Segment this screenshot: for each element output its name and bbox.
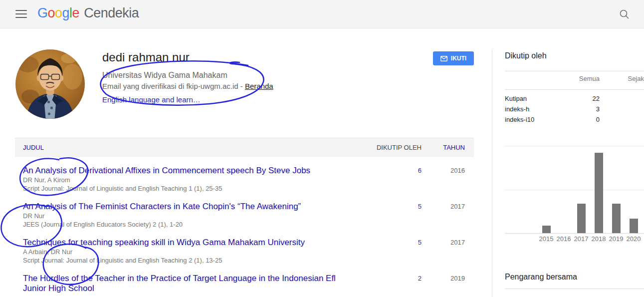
publication-title-link[interactable]: The Hurdles of the Teacher in the Practi… (23, 274, 357, 294)
citation-stats-columns: Semua Sejak (505, 75, 644, 82)
publications-header-row: JUDUL DIKUTIP OLEH TAHUN (15, 138, 474, 157)
publication-title-link[interactable]: An Analysis of The Feminist Characters i… (23, 202, 357, 212)
envelope-icon (440, 56, 447, 61)
logo-letter: g (62, 5, 70, 20)
cited-by-title: Dikutip oleh (505, 51, 547, 60)
citation-stat-row: indeks-i100 (505, 114, 644, 125)
vertical-divider (492, 49, 492, 297)
logo-letter: o (48, 5, 55, 20)
chart-bar-2020[interactable] (630, 219, 638, 233)
chart-gridline (505, 146, 644, 146)
publication-venue: Script Journal: Journal of Linguistic an… (23, 184, 357, 193)
logo-letter: e (72, 5, 80, 20)
chart-year-label: 2015 (537, 235, 555, 243)
google-logo: Google (37, 5, 79, 21)
chart-year-label: 2018 (590, 235, 608, 243)
search-icon[interactable] (618, 7, 632, 21)
stat-label: indeks-i10 (505, 116, 570, 123)
divider (505, 289, 644, 289)
publication-cited-count[interactable]: 5 (367, 238, 422, 248)
chart-year-label: 2016 (555, 235, 573, 243)
cited-by-header: DIKUTIP OLEH (367, 144, 422, 151)
logo-letter: G (37, 5, 48, 20)
separator: - (238, 82, 245, 90)
publication-venue: Script Journal: Journal of Linguistic an… (23, 256, 357, 265)
publication-cited-count[interactable]: 6 (367, 166, 422, 176)
verified-email-text: Email yang diverifikasi di fkip-uwgm.ac.… (102, 82, 238, 90)
chart-year-axis: 201520162017201820192020 (505, 235, 644, 243)
citation-stat-row: indeks-h3 (505, 104, 644, 114)
publication-year: 2017 (422, 238, 465, 248)
publication-year: 2016 (422, 166, 465, 176)
chart-bar-2018[interactable] (595, 153, 603, 233)
publication-year: 2017 (422, 202, 465, 212)
publication-title-link[interactable]: Techniques for teaching speaking skill i… (23, 238, 357, 248)
sort-by-year-header[interactable]: TAHUN (422, 144, 465, 151)
citation-stat-row: Kutipan22 (505, 93, 644, 104)
research-interest-link[interactable]: English language and learn… (102, 95, 201, 104)
chart-gridline (505, 190, 644, 190)
publication-year: 2019 (422, 274, 465, 284)
stat-value-all: 0 (570, 116, 600, 123)
citation-stats-table: Kutipan22indeks-h3indeks-i100 (505, 93, 644, 125)
follow-button[interactable]: IKUTI (433, 51, 474, 65)
profile-photo (15, 49, 85, 119)
citations-per-year-chart (505, 146, 644, 234)
publication-title-link[interactable]: An Analysis of Derivational Affixes in C… (23, 166, 357, 176)
chart-year-label: 2017 (572, 235, 590, 243)
product-name: Cendekia (84, 5, 139, 21)
top-app-bar: Google Cendekia (0, 0, 644, 28)
col-all-label: Semua (570, 75, 600, 82)
logo-letter: o (55, 5, 62, 20)
menu-icon[interactable] (15, 10, 27, 18)
publication-row: The Hurdles of the Teacher in the Practi… (15, 265, 474, 294)
stat-value-all: 22 (570, 95, 600, 102)
sort-by-title-header[interactable]: JUDUL (23, 144, 367, 151)
profile-verified-email: Email yang diverifikasi di fkip-uwgm.ac.… (102, 82, 273, 90)
publication-row: Techniques for teaching speaking skill i… (15, 229, 474, 265)
stat-label: Kutipan (505, 95, 570, 102)
publication-authors: A Arbain, DR Nur (23, 248, 357, 256)
profile-name: dedi rahman nur (102, 50, 190, 64)
publication-venue: JEES (Journal of English Educators Socie… (23, 220, 357, 229)
divider (505, 89, 644, 90)
chart-bar-2019[interactable] (612, 204, 621, 233)
profile-affiliation: Universitas Widya Gama Mahakam (102, 71, 227, 80)
publication-cited-count[interactable]: 5 (367, 202, 422, 212)
publication-authors: DR Nur, A Kirom (23, 176, 357, 184)
publication-row: An Analysis of Derivational Affixes in C… (15, 157, 474, 193)
publication-cited-count[interactable]: 2 (367, 274, 422, 284)
chart-bar-2017[interactable] (577, 204, 586, 233)
stat-label: indeks-h (505, 105, 570, 113)
publications-table: JUDUL DIKUTIP OLEH TAHUN An Analysis of … (15, 138, 474, 294)
google-cendekia-logo[interactable]: Google Cendekia (37, 5, 139, 21)
chart-year-label: 2020 (625, 235, 643, 243)
publication-authors: DR Nur (23, 212, 357, 220)
publication-row: An Analysis of The Feminist Characters i… (15, 193, 474, 229)
col-since-label: Sejak (600, 75, 644, 82)
stat-value-all: 3 (570, 105, 600, 113)
chart-year-label: 2019 (607, 235, 625, 243)
divider (505, 71, 644, 71)
coauthors-title: Pengarang bersama (505, 273, 577, 282)
chart-bar-2015[interactable] (542, 226, 551, 233)
follow-button-label: IKUTI (451, 55, 466, 62)
homepage-link[interactable]: Beranda (245, 82, 273, 90)
